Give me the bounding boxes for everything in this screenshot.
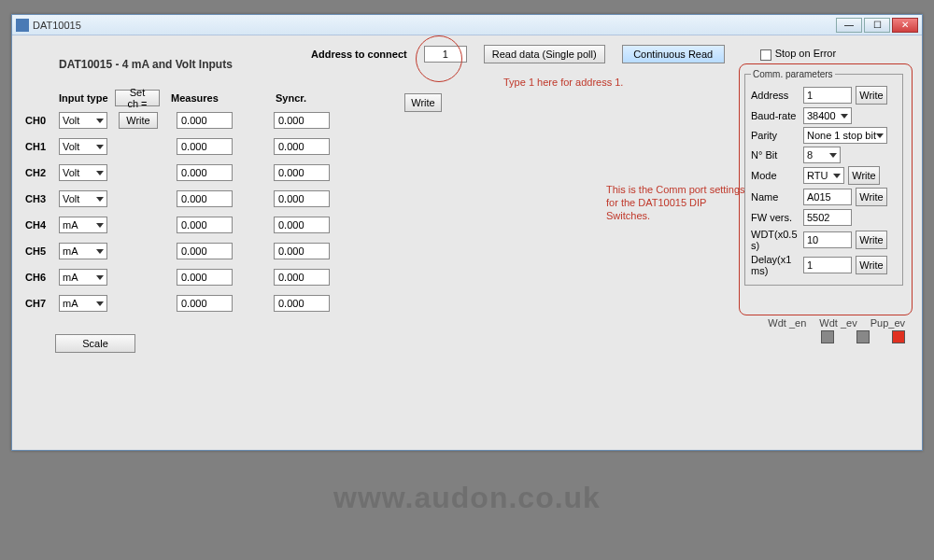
chevron-down-icon (96, 301, 104, 306)
continuous-read-button[interactable]: Continuous Read (622, 45, 725, 63)
channel-label: CH7 (25, 298, 59, 309)
comm-mode-select[interactable]: RTU (803, 167, 844, 184)
col-input-type: Input type (59, 92, 115, 104)
syncr-value: 0.000 (274, 190, 330, 207)
status-pup-ev-label: Pup_ev (870, 317, 905, 329)
app-icon (16, 19, 29, 32)
channel-label: CH2 (25, 167, 59, 178)
chevron-down-icon (876, 133, 884, 138)
app-subtitle: DAT10015 - 4 mA and Volt Inputs (59, 58, 233, 71)
channel-row: CH6mA0.0000.000 (25, 269, 341, 286)
chevron-down-icon (833, 174, 841, 178)
close-button[interactable]: ✕ (892, 18, 918, 33)
input-type-select[interactable]: mA (59, 243, 107, 259)
comm-parity-select[interactable]: None 1 stop bit (803, 127, 887, 144)
set-ch-button[interactable]: Set ch = (115, 90, 160, 106)
comm-legend: Comm. parameters (751, 69, 835, 79)
measure-value: 0.000 (177, 217, 233, 233)
status-wdt-ev-label: Wdt _ev (819, 317, 856, 329)
comm-delay-write[interactable]: Write (856, 256, 887, 274)
input-type-select[interactable]: Volt (59, 190, 107, 207)
measure-value: 0.000 (177, 164, 233, 181)
channel-row: CH3Volt0.0000.000 (25, 190, 341, 207)
chevron-down-icon (96, 171, 104, 175)
chevron-down-icon (96, 249, 104, 254)
channel-row: CH1Volt0.0000.000 (25, 138, 341, 155)
status-wdt-en-label: Wdt _en (768, 317, 806, 329)
channel-label: CH4 (25, 219, 59, 231)
write-all-button[interactable]: Write (404, 93, 442, 112)
comm-nbit-select[interactable]: 8 (803, 147, 841, 163)
channel-row: CH5mA0.0000.000 (25, 243, 341, 259)
comm-fw-input (803, 209, 852, 226)
comm-wdt-write[interactable]: Write (856, 231, 887, 249)
measure-value: 0.000 (177, 295, 233, 312)
syncr-value: 0.000 (274, 217, 330, 233)
chevron-down-icon (829, 153, 837, 158)
chevron-down-icon (96, 275, 104, 280)
comm-name-write[interactable]: Write (856, 188, 887, 206)
input-type-select[interactable]: Volt (59, 138, 107, 155)
comm-name-input[interactable] (803, 189, 852, 205)
watermark: www.audon.co.uk (0, 481, 934, 515)
channel-label: CH1 (25, 141, 59, 152)
chevron-down-icon (96, 145, 104, 149)
led-wdt-en (821, 330, 834, 343)
comm-mode-write[interactable]: Write (848, 166, 880, 185)
channel-label: CH0 (25, 115, 59, 126)
address-label: Address to connect (311, 49, 407, 60)
input-type-select[interactable]: Volt (59, 164, 107, 181)
measure-value: 0.000 (177, 243, 233, 259)
syncr-value: 0.000 (274, 243, 330, 259)
maximize-button[interactable]: ☐ (864, 18, 890, 33)
input-type-select[interactable]: Volt (59, 112, 107, 129)
syncr-value: 0.000 (274, 269, 330, 286)
window-title: DAT10015 (33, 20, 836, 31)
comm-baud-select[interactable]: 38400 (803, 107, 852, 124)
channel-write-button[interactable]: Write (119, 112, 158, 129)
chevron-down-icon (96, 197, 104, 202)
measure-value: 0.000 (177, 190, 233, 207)
input-type-select[interactable]: mA (59, 217, 107, 233)
chevron-down-icon (841, 114, 848, 119)
channel-label: CH3 (25, 193, 59, 204)
syncr-value: 0.000 (274, 138, 330, 155)
stop-on-error-label: Stop on Error (775, 48, 836, 59)
channel-row: CH4mA0.0000.000 (25, 217, 341, 233)
channel-label: CH6 (25, 272, 59, 283)
input-type-select[interactable]: mA (59, 295, 107, 312)
comm-address-input[interactable] (803, 87, 852, 104)
col-syncr: Syncr. (276, 92, 341, 104)
measure-value: 0.000 (177, 112, 233, 129)
input-type-select[interactable]: mA (59, 269, 107, 286)
annotation-comm-hint: This is the Comm port settings for the D… (606, 183, 746, 222)
measure-value: 0.000 (177, 269, 233, 286)
led-wdt-ev (856, 330, 870, 343)
client-area: Address to connect Read data (Single pol… (12, 35, 922, 450)
stop-on-error-checkbox[interactable] (760, 49, 771, 61)
channel-row: CH0VoltWrite0.0000.000 (25, 112, 341, 129)
led-pup-ev (892, 330, 905, 343)
comm-parameters-panel: Comm. parameters AddressWrite Baud-rate3… (744, 69, 903, 286)
syncr-value: 0.000 (274, 112, 330, 129)
read-single-button[interactable]: Read data (Single poll) (484, 45, 605, 63)
titlebar: DAT10015 — ☐ ✕ (12, 15, 922, 35)
annotation-address-hint: Type 1 here for address 1. (503, 77, 623, 88)
col-measures: Measures (171, 92, 261, 104)
channel-row: CH7mA0.0000.000 (25, 295, 341, 312)
app-window: DAT10015 — ☐ ✕ Address to connect Read d… (11, 14, 923, 451)
channels-panel: Input type Set ch = Measures Syncr. CH0V… (25, 90, 341, 321)
scale-button[interactable]: Scale (55, 334, 135, 353)
channel-row: CH2Volt0.0000.000 (25, 164, 341, 181)
comm-wdt-input[interactable] (803, 231, 852, 248)
annotation-circle (416, 35, 462, 82)
syncr-value: 0.000 (274, 164, 330, 181)
comm-address-write[interactable]: Write (856, 86, 887, 105)
chevron-down-icon (96, 223, 104, 228)
chevron-down-icon (96, 119, 104, 123)
measure-value: 0.000 (177, 138, 233, 155)
minimize-button[interactable]: — (836, 18, 862, 33)
syncr-value: 0.000 (274, 295, 330, 312)
channel-label: CH5 (25, 245, 59, 257)
comm-delay-input[interactable] (803, 257, 852, 273)
